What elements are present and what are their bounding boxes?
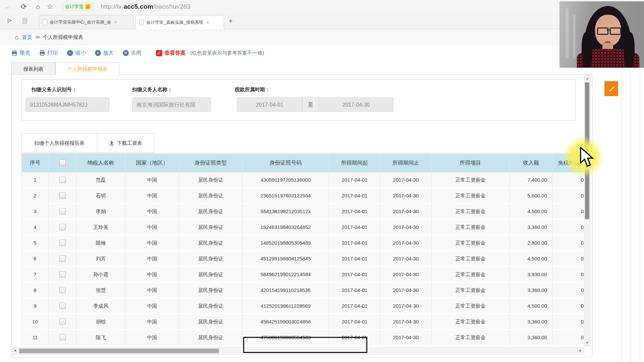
cell-period-end: 2017-04-30 [380,235,432,250]
tax-period-label: 税款所属时期： [235,86,270,93]
row-checkbox[interactable] [59,303,66,309]
cell-country: 中国 [125,220,179,235]
scroll-right-icon[interactable]: ► [579,349,582,352]
cell-id-type: 居民身份证 [179,188,243,203]
cell-select [49,330,76,345]
col-header-income: 收入额 [509,154,553,172]
browser-tab-2-active[interactable]: 会计学堂_真账实操_报税系统 × [136,15,224,29]
browser-tab-title: 会计学堂_真账实操_报税系统 [146,19,203,25]
period-to-field[interactable]: 2017-04-30 [319,98,393,112]
horizontal-scroll-thumb[interactable] [19,349,219,353]
zoom-out-button[interactable]: − 缩小 [67,50,86,57]
minus-circle-icon: − [67,50,73,56]
table-body: 1 范磊 中国 居民身份证 430591197205136000 2017-04… [22,172,584,346]
select-all-checkbox[interactable] [59,160,66,166]
cell-no: 4 [22,220,49,235]
table-row[interactable]: 10 胡晗 中国 居民身份证 458425199003024856 2017-0… [22,314,584,330]
tab-report-list[interactable]: 报表列表 [11,62,55,75]
table-row[interactable]: 8 张慧 中国 居民身份证 420154199110218536 2017-04… [22,283,584,298]
row-checkbox[interactable] [59,224,66,230]
print-button[interactable]: 打印 [39,50,58,57]
cell-id-number: 236515197602122564 [243,188,329,203]
refresh-icon[interactable]: ⟳ [19,3,29,11]
taxpayer-name-field[interactable]: 南京海润国际旅行社有限 [132,98,211,112]
browser-tab-1[interactable]: 会计学堂实操中心_会计实操_会 × [39,15,133,29]
tab-personal-income-tax[interactable]: 个人所得税申报表 [55,62,119,75]
row-checkbox[interactable] [59,255,66,262]
cell-tax-free: 0 [553,204,584,219]
table-row[interactable]: 1 范磊 中国 居民身份证 430591197205136000 2017-04… [22,172,584,188]
taxpayer-id-field[interactable]: 91310526MAJMH5782J [25,98,109,112]
site-badge[interactable]: 会计学堂 证 [62,3,93,11]
tab-close-icon[interactable]: × [114,19,117,25]
cell-select [49,283,76,298]
vertical-scrollbar[interactable]: ▲ ▼ [584,75,590,346]
bookmark-star-icon[interactable]: ☆ [45,3,55,11]
tab-close-icon[interactable]: × [206,20,209,25]
row-checkbox[interactable] [59,192,66,199]
printer-icon [39,50,45,56]
cell-country: 中国 [125,204,179,219]
cell-id-number: 420154199110218536 [243,283,329,298]
table-header-row: 序号 纳税人名称 国家（地区） 身份证照类型 身份证照号码 所得期间起 所得期间… [22,154,584,172]
table-row[interactable]: 9 李成风 中国 居民身份证 412520198611228569 2017-0… [22,298,584,314]
cell-period-end: 2017-04-30 [380,251,432,266]
col-header-country: 国家（地区） [125,154,179,172]
cell-select [49,314,76,329]
withholding-report-button[interactable]: 扣缴个人所得税报告表 [21,133,97,153]
row-checkbox[interactable] [59,318,66,325]
cell-id-type: 居民身份证 [179,314,243,329]
row-checkbox[interactable] [59,287,66,293]
cell-tax-free: 0 [553,314,584,329]
scroll-up-icon[interactable]: ▲ [584,77,590,80]
view-answer-button[interactable]: ✓ 查看答案 [156,50,186,57]
period-from-field[interactable]: 2017-04-01 [237,98,303,112]
scroll-down-icon[interactable]: ▼ [584,341,590,345]
table-row[interactable]: 6 刘芳 中国 居民身份证 451295198804125845 2017-04… [22,251,584,267]
cell-income-item: 正常工资薪金 [432,251,509,266]
back-icon[interactable]: ← [3,3,13,11]
preview-button[interactable]: 预览 [11,50,30,57]
download-salary-label: 下载工资表 [117,140,142,146]
cell-id-number: 152463198403264852 [243,220,329,235]
breadcrumb-home-link[interactable]: 首页 [22,34,32,41]
url-domain: acc5.com [124,3,153,10]
row-checkbox[interactable] [59,177,66,183]
right-divider-line [631,29,631,362]
close-button[interactable]: ✕ 关闭 [123,50,142,57]
download-salary-button[interactable]: 下载工资表 [97,133,154,153]
url-text[interactable]: http://lx.acc5.com/baoshui/283 [101,3,191,10]
browser-address-bar: ← ⟳ ⌂ ☆ 会计学堂 证 http://lx.acc5.com/baoshu… [0,0,644,14]
scroll-left-icon[interactable]: ◄ [13,349,17,352]
cell-income: 7,400.00 [509,172,553,187]
home-icon[interactable]: ⌂ [33,3,43,11]
cell-income: 3,930.00 [509,267,553,282]
row-checkbox[interactable] [59,240,66,246]
cell-tax-free: 0 [553,283,584,298]
table-row[interactable]: 2 石明 中国 居民身份证 236515197602122564 2017-04… [22,188,584,204]
cell-income-item: 正常工资薪金 [432,204,509,219]
cell-period-end: 2017-04-30 [380,283,432,298]
row-checkbox[interactable] [59,271,66,278]
zoom-in-button[interactable]: + 放大 [95,50,114,57]
presenter-hair [582,32,592,68]
close-label: 关闭 [131,50,142,57]
table-row[interactable]: 3 李娟 中国 居民身份证 55413619821203512x 2017-04… [22,204,584,220]
withholding-report-label: 扣缴个人所得税报告表 [34,140,85,146]
new-tab-button[interactable]: + [229,17,233,25]
panel-toggle-icon[interactable]: |> [7,17,12,23]
row-checkbox[interactable] [59,208,66,215]
cell-income: 4,500.00 [509,204,553,219]
table-row[interactable]: 7 孙小霞 中国 居民身份证 584962199012214584 2017-0… [22,267,584,283]
annotation-brush-button[interactable] [604,81,618,96]
cell-select [49,172,76,187]
cell-name: 石明 [76,188,125,203]
cell-tax-free: 0 [553,330,584,345]
row-checkbox[interactable] [59,334,66,341]
table-row[interactable]: 4 王玲美 中国 居民身份证 152463198403264852 2017-0… [22,220,584,235]
highlight-annotation-box [243,337,367,353]
cell-id-type: 居民身份证 [179,267,243,282]
table-row[interactable]: 5 陆翰 中国 居民身份证 148520198805305489 2017-04… [22,235,584,251]
browser-tab-title: 会计学堂实操中心_会计实操_会 [50,19,111,25]
brush-icon [607,85,615,93]
